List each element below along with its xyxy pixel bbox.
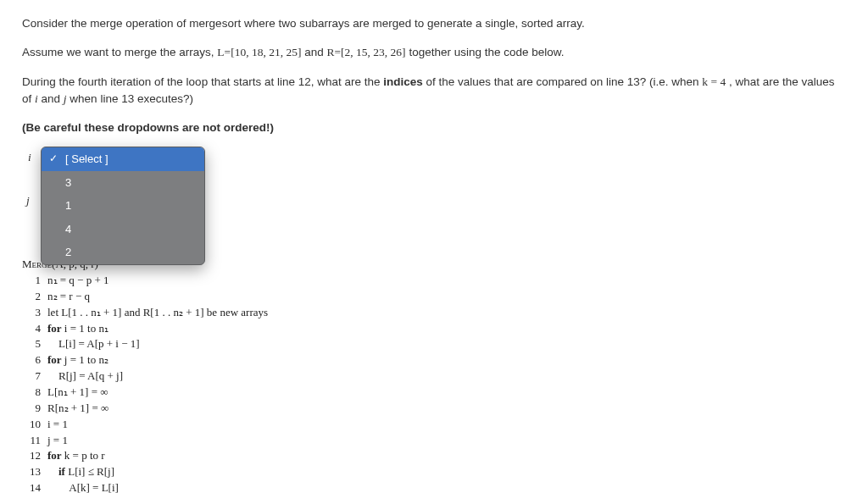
code-line-body: A[k] = L[i] <box>47 480 119 493</box>
code-line: 13 if L[i] ≤ R[j] <box>22 464 846 480</box>
code-line-body: i = 1 <box>47 417 68 433</box>
code-line-body: let L[1 . . n₁ + 1] and R[1 . . n₂ + 1] … <box>47 305 268 321</box>
code-line-body: if L[i] ≤ R[j] <box>47 464 114 480</box>
code-line-body: L[n₁ + 1] = ∞ <box>47 385 108 401</box>
code-line: 6for j = 1 to n₂ <box>22 352 846 368</box>
code-line-body: j = 1 <box>47 433 68 449</box>
code-line-body: R[j] = A[q + j] <box>47 368 123 385</box>
code-line-number: 5 <box>22 336 47 352</box>
label-i: i <box>24 151 36 164</box>
q2-R-array: R=[2, 15, 23, 26] <box>327 46 406 58</box>
code-line: 2n₂ = r − q <box>22 289 846 305</box>
q2-mid: and <box>304 46 326 58</box>
question-line-3: During the fourth iteration of the loop … <box>22 74 846 108</box>
q3-eq: k = 4 <box>702 75 726 88</box>
code-line: 9R[n₂ + 1] = ∞ <box>22 401 846 417</box>
code-line-number: 1 <box>22 273 47 289</box>
q3-b: of the values that are compared on line … <box>426 75 703 88</box>
code-line-number: 4 <box>22 321 47 337</box>
label-j: j <box>22 194 34 208</box>
code-line: 5 L[i] = A[p + i − 1] <box>22 336 846 352</box>
code-line-number: 3 <box>22 305 47 321</box>
select-i-dropdown[interactable]: [ Select ] 3 1 4 2 <box>41 147 205 265</box>
code-line-number: 8 <box>22 385 47 401</box>
code-line-number: 11 <box>22 433 47 449</box>
code-line: 14 A[k] = L[i] <box>22 480 846 493</box>
q3-bold-indices: indices <box>383 75 423 88</box>
question-container: Consider the merge operation of mergesor… <box>0 0 868 493</box>
code-line: 3let L[1 . . n₁ + 1] and R[1 . . n₂ + 1]… <box>22 305 846 321</box>
code-line: 11j = 1 <box>22 433 846 449</box>
q2-L-array: L=[10, 18, 21, 25] <box>217 46 301 58</box>
select-option[interactable]: 1 <box>42 194 204 218</box>
code-line-body: n₂ = r − q <box>47 289 90 305</box>
q3-var-j: j <box>64 92 67 105</box>
code-line-number: 6 <box>22 352 47 368</box>
code-line: 4for i = 1 to n₁ <box>22 321 846 337</box>
code-line-body: n₁ = q − p + 1 <box>47 273 109 289</box>
q3-d: and <box>42 92 64 105</box>
code-line-number: 12 <box>22 448 47 464</box>
code-line-body: for i = 1 to n₁ <box>47 321 108 337</box>
code-line-number: 7 <box>22 368 47 385</box>
code-line-body: L[i] = A[p + i − 1] <box>47 336 140 352</box>
code-line-number: 10 <box>22 417 47 433</box>
code-line: 1n₁ = q − p + 1 <box>22 273 846 289</box>
select-option[interactable]: 3 <box>42 171 204 195</box>
q3-a: During the fourth iteration of the loop … <box>22 75 383 88</box>
code-line: 10i = 1 <box>22 417 846 433</box>
q2-lead: Assume we want to merge the arrays, <box>22 46 217 58</box>
select-option[interactable]: 2 <box>42 241 204 264</box>
q3-var-i: i <box>35 92 38 105</box>
code-line-number: 13 <box>22 464 47 480</box>
q3-e: when line 13 executes?) <box>70 92 193 105</box>
code-line-number: 9 <box>22 401 47 417</box>
code-line-number: 14 <box>22 480 47 493</box>
code-line-body: R[n₂ + 1] = ∞ <box>47 401 108 417</box>
code-line-body: for j = 1 to n₂ <box>47 352 108 368</box>
code-line-number: 2 <box>22 289 47 305</box>
select-option[interactable]: 4 <box>42 218 204 241</box>
question-line-4: (Be careful these dropdowns are not orde… <box>22 119 846 136</box>
select-option-placeholder[interactable]: [ Select ] <box>42 147 204 171</box>
pseudocode-block: Merge(A, p, q, r) 1n₁ = q − p + 12n₂ = r… <box>22 257 846 493</box>
code-line: 8L[n₁ + 1] = ∞ <box>22 385 846 401</box>
question-text-block: Consider the merge operation of mergesor… <box>22 15 846 136</box>
code-line-body: for k = p to r <box>47 448 105 464</box>
code-line: 7 R[j] = A[q + j] <box>22 368 846 385</box>
q4-warning: (Be careful these dropdowns are not orde… <box>22 121 274 134</box>
question-line-1: Consider the merge operation of mergesor… <box>22 15 846 32</box>
q2-tail: together using the code below. <box>409 46 564 58</box>
code-line: 12for k = p to r <box>22 448 846 464</box>
answers-area: i [ Select ] 3 1 4 2 j <box>22 148 846 233</box>
question-line-2: Assume we want to merge the arrays, L=[1… <box>22 44 846 61</box>
